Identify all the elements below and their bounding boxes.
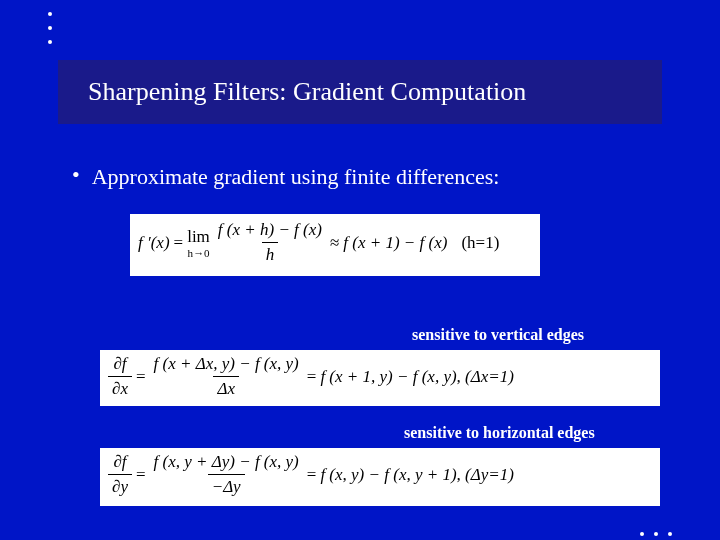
eq2-rhs: f (x + 1, y) − f (x, y), (Δx=1) [320, 367, 514, 387]
eq1-lhs: f ′(x) [138, 233, 170, 253]
eq2-eq: = [136, 367, 146, 387]
eq3-d-den: ∂y [108, 474, 132, 497]
eq2-frac-num: f (x + Δx, y) − f (x, y) [150, 354, 303, 376]
eq3-d-num: ∂f [109, 452, 130, 474]
decorative-dots-top [48, 12, 52, 44]
eq3-math: ∂f ∂y = f (x, y + Δy) − f (x, y) −Δy = f… [108, 452, 652, 497]
equation-box-2: ∂f ∂x = f (x + Δx, y) − f (x, y) Δx = f … [100, 350, 660, 406]
caption-horizontal-edges: sensitive to horizontal edges [404, 424, 595, 442]
eq1-frac-den: h [262, 242, 279, 265]
bullet-dot: • [72, 164, 80, 186]
dot [640, 532, 644, 536]
delta-x-label: Δx [262, 386, 279, 403]
eq2-frac: f (x + Δx, y) − f (x, y) Δx [150, 354, 303, 399]
eq3-partial: ∂f ∂y [108, 452, 132, 497]
eq3-rhs-eq: = [307, 465, 317, 485]
eq1-lim-top: lim [187, 227, 210, 247]
eq1-frac: f (x + h) − f (x) h [214, 220, 326, 265]
eq2-partial: ∂f ∂x [108, 354, 132, 399]
dot [48, 12, 52, 16]
eq2-d-den: ∂x [108, 376, 132, 399]
eq1-frac-num: f (x + h) − f (x) [214, 220, 326, 242]
decorative-dots-bottom [640, 532, 672, 536]
caption-vertical-edges: sensitive to vertical edges [412, 326, 584, 344]
eq2-d-num: ∂f [109, 354, 130, 376]
bullet-1: • Approximate gradient using finite diff… [72, 164, 499, 190]
eq1-cond: (h=1) [461, 233, 499, 253]
eq1-lim-bot: h→0 [187, 247, 209, 259]
dot [48, 26, 52, 30]
equation-box-3: ∂f ∂y = f (x, y + Δy) − f (x, y) −Δy = f… [100, 448, 660, 506]
eq2-frac-den: Δx [213, 376, 239, 399]
dot [654, 532, 658, 536]
equation-box-1: f ′(x) = lim h→0 f (x + h) − f (x) h ≈ f… [130, 214, 540, 276]
eq2-math: ∂f ∂x = f (x + Δx, y) − f (x, y) Δx = f … [108, 354, 652, 399]
eq1-eq: = [174, 233, 184, 253]
eq1-rhs: f (x + 1) − f (x) [343, 233, 447, 253]
eq3-frac-num: f (x, y + Δy) − f (x, y) [150, 452, 303, 474]
eq3-eq: = [136, 465, 146, 485]
eq1-lim: lim h→0 [187, 227, 210, 259]
eq3-rhs: f (x, y) − f (x, y + 1), (Δy=1) [320, 465, 514, 485]
bullet-1-text: Approximate gradient using finite differ… [92, 164, 500, 190]
eq1-approx: ≈ [330, 233, 339, 253]
eq3-frac-den: −Δy [208, 474, 245, 497]
slide-title: Sharpening Filters: Gradient Computation [88, 77, 526, 107]
dot [48, 40, 52, 44]
title-bar: Sharpening Filters: Gradient Computation [58, 60, 662, 124]
eq2-rhs-eq: = [307, 367, 317, 387]
dot [668, 532, 672, 536]
eq1-math: f ′(x) = lim h→0 f (x + h) − f (x) h ≈ f… [138, 220, 532, 265]
eq3-frac: f (x, y + Δy) − f (x, y) −Δy [150, 452, 303, 497]
